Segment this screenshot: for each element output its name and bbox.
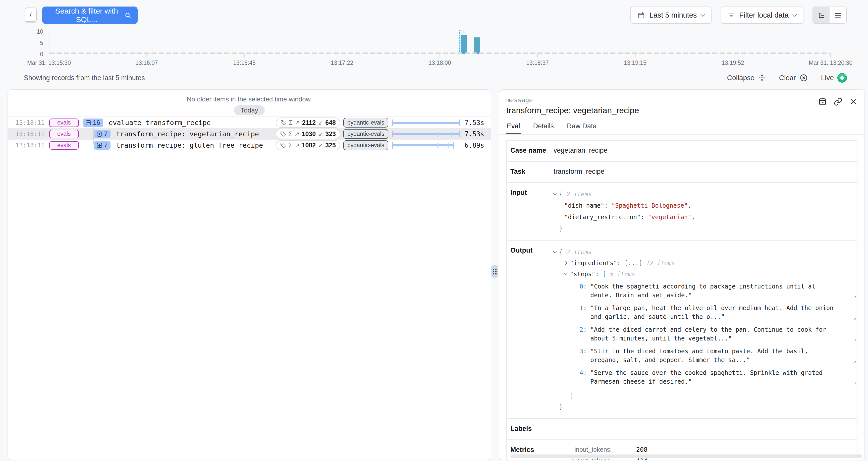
trace-row[interactable]: 13:18:11 evals 16 evaluate transform_rec… <box>8 117 491 128</box>
step-item: 3: "Stir in the diced tomatoes and tomat… <box>575 347 857 365</box>
input-tokens-arrow-icon: ↗ <box>294 130 299 137</box>
evals-tag-badge[interactable]: evals <box>49 141 79 150</box>
evals-tag-badge[interactable]: evals <box>49 119 79 127</box>
y-axis-tick-label: 10 <box>37 28 43 35</box>
scope-badge[interactable]: pydantic-evals <box>343 129 388 139</box>
record-timestamp: 13:18:11 <box>16 119 46 126</box>
input-row: Input { 2 items "dish_name": "Spaghetti … <box>507 183 857 241</box>
detail-title: transform_recipe: vegetarian_recipe <box>506 106 639 115</box>
timeline-chart[interactable]: 1050 Mar 31. 13:15:30 13:16:07 13:16:45 <box>0 31 868 67</box>
span-count-badge[interactable]: 7 <box>94 141 111 150</box>
json-entry: "dietary_restriction": "vegetarian", <box>564 211 857 223</box>
duration-bar-tick <box>451 131 452 136</box>
detail-tab[interactable]: Raw Data <box>566 122 597 134</box>
metric-row: input_tokens: 208 <box>554 446 857 453</box>
clear-button[interactable]: Clear <box>779 73 808 82</box>
time-range-label: Last 5 minutes <box>650 11 697 19</box>
x-axis-tick: 13:16:07 <box>135 54 158 66</box>
x-axis-tick-label: 13:19:52 <box>721 60 744 66</box>
step-string-value: "Add the diced carrot and celery to the … <box>590 326 836 343</box>
today-pill[interactable]: Today <box>234 105 265 115</box>
json-comma: , <box>848 377 857 386</box>
array-index: 1 <box>575 304 583 313</box>
x-axis-tick: 13:18:37 <box>526 54 549 66</box>
horizontal-scrollbar[interactable] <box>510 455 862 458</box>
span-count-badge[interactable]: 7 <box>94 130 111 139</box>
collapse-button[interactable]: Collapse <box>727 74 766 82</box>
detail-panel: message transform_recipe: vegetarian_rec… <box>499 89 865 460</box>
time-range-button[interactable]: Last 5 minutes <box>630 6 712 24</box>
duration-bar <box>392 144 454 146</box>
no-older-items-text: No older items in the selected time wind… <box>8 95 491 103</box>
task-label: Task <box>507 168 554 176</box>
json-colon: : <box>617 257 624 269</box>
token-usage-pill: Σ ↗ 1030 ↙ 323 <box>276 129 340 139</box>
close-panel-icon[interactable] <box>849 98 858 106</box>
records-panel: No older items in the selected time wind… <box>7 89 491 460</box>
list-view-toggle[interactable] <box>830 7 846 23</box>
scope-badge[interactable]: pydantic-evals <box>343 118 388 128</box>
slash-shortcut-key: / <box>25 7 37 22</box>
y-axis-tick-label: 5 <box>40 40 43 47</box>
trace-rows: 13:18:11 evals 16 evaluate transform_rec… <box>8 117 491 151</box>
trace-row[interactable]: 13:18:11 evals 7 transform_recipe: glute… <box>8 140 491 151</box>
live-label: Live <box>821 74 834 82</box>
item-count: 2 items <box>566 247 592 257</box>
labels-value <box>554 425 857 433</box>
detail-tab[interactable]: Details <box>533 122 555 134</box>
json-string-value: "vegetarian" <box>648 211 691 223</box>
duration-bar <box>392 133 460 135</box>
scope-badge[interactable]: pydantic-evals <box>343 141 388 150</box>
span-name: transform_recipe: gluten_free_recipe <box>116 141 263 149</box>
json-comma: , <box>848 334 857 343</box>
tick-mark <box>244 54 245 58</box>
x-axis-tick: 13:17:22 <box>331 54 353 66</box>
array-index: 2 <box>575 326 583 334</box>
live-toggle-button[interactable]: Live <box>821 73 847 83</box>
search-button[interactable]: Search & filter with SQL... <box>42 6 137 24</box>
case-name-label: Case name <box>507 147 554 154</box>
evals-tag-badge[interactable]: evals <box>49 130 79 139</box>
collapse-node-toggle[interactable] <box>553 250 557 253</box>
expand-node-toggle[interactable] <box>564 262 567 265</box>
collapsed-array[interactable]: [...] <box>624 257 643 269</box>
calendar-icon <box>638 11 645 19</box>
json-entry: "dish_name": "Spaghetti Bolognese", <box>564 200 857 211</box>
expand-toggle-icon[interactable] <box>86 120 91 125</box>
detail-tab[interactable]: Eval <box>506 122 521 134</box>
tag-icon <box>280 131 286 137</box>
dock-panel-icon[interactable] <box>818 97 827 106</box>
json-key: "dietary_restriction" <box>564 211 641 223</box>
record-kind-label: message <box>506 96 639 104</box>
span-count-badge[interactable]: 16 <box>83 119 103 127</box>
output-tokens-count: 648 <box>325 119 336 126</box>
timeline-baseline <box>50 53 831 54</box>
panel-resize-handle[interactable] <box>491 265 498 278</box>
timeline-plot-area[interactable] <box>49 32 831 54</box>
json-comma: , <box>688 200 691 211</box>
json-comma: , <box>848 313 857 321</box>
tree-view-toggle[interactable] <box>813 7 830 23</box>
copy-link-icon[interactable] <box>834 97 842 106</box>
detail-tabs: EvalDetailsRaw Data <box>499 122 865 134</box>
trace-row[interactable]: 13:18:11 evals 7 transform_recipe: veget… <box>8 128 491 140</box>
duration-bar-tick <box>437 131 438 136</box>
step-item: 0: "Cook the spaghetti according to pack… <box>575 282 857 300</box>
open-bracket: [ <box>602 269 606 280</box>
step-string-value: "Serve the sauce over the cooked spaghet… <box>590 369 836 386</box>
close-brace: } <box>559 401 563 412</box>
duration-bar-track <box>392 128 460 140</box>
x-axis-tick-label: 13:17:22 <box>331 60 353 66</box>
item-count <box>563 189 566 200</box>
filter-local-data-button[interactable]: Filter local data <box>720 6 803 24</box>
duration-bar-track <box>392 117 460 128</box>
timeline-bar <box>461 35 467 54</box>
collapse-node-toggle[interactable] <box>564 272 567 275</box>
step-item: 4: "Serve the sauce over the cooked spag… <box>575 369 857 386</box>
collapse-node-toggle[interactable] <box>553 192 557 195</box>
span-name: evaluate transform_recipe <box>109 119 211 127</box>
output-row: Output { 2 items "ingredients": [...] 12… <box>507 241 857 419</box>
duration-bar-tick <box>437 143 438 148</box>
expand-toggle-icon[interactable] <box>97 143 102 148</box>
expand-toggle-icon[interactable] <box>97 131 102 136</box>
